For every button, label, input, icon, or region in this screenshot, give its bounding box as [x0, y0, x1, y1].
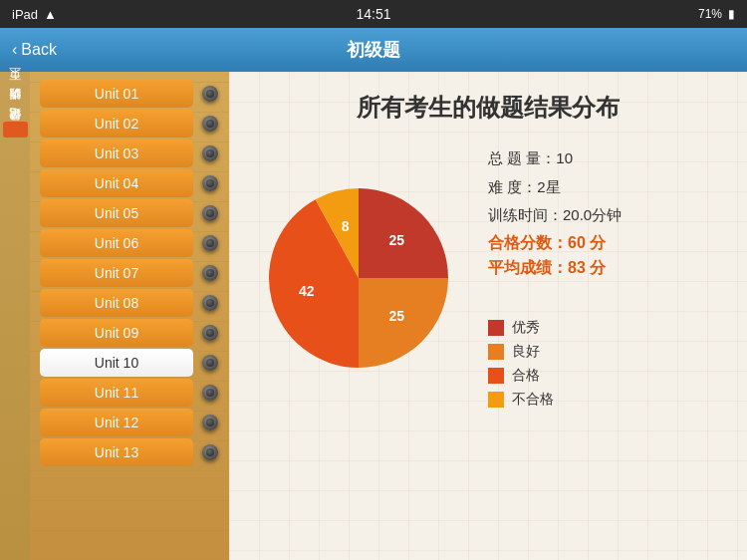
back-chevron-icon: ‹	[12, 41, 17, 59]
ring-decoration	[201, 412, 219, 433]
legend-item: 良好	[488, 343, 717, 361]
stat-row: 训练时间：20.0分钟	[488, 204, 717, 227]
unit-item: Unit 04	[40, 169, 219, 197]
unit-item: Unit 10	[40, 349, 219, 377]
status-right: 71% ▮	[698, 7, 735, 21]
unit-item: Unit 07	[40, 259, 219, 287]
sidebar-tab-home[interactable]: 主页	[3, 82, 28, 98]
unit-button-unit04[interactable]: Unit 04	[40, 169, 193, 197]
unit-item: Unit 05	[40, 199, 219, 227]
unit-list: Unit 01Unit 02Unit 03Unit 04Unit 05Unit …	[30, 72, 229, 560]
pie-label-不合格: 8	[342, 217, 350, 233]
sidebar-tabs: 主页 听力训练 错题记录	[0, 72, 30, 560]
legend-item: 合格	[488, 367, 717, 385]
unit-button-unit13[interactable]: Unit 13	[40, 438, 193, 466]
content-body: 2525428 总 题 量：10难 度：2星训练时间：20.0分钟合格分数：60…	[259, 147, 717, 409]
status-bar: iPad ▲ 14:51 71% ▮	[0, 0, 747, 28]
unit-item: Unit 12	[40, 409, 219, 436]
stat-highlight: 合格分数：60 分	[488, 233, 717, 254]
pie-chart: 2525428	[259, 178, 458, 378]
chart-container: 2525428	[259, 178, 458, 378]
main-container: 主页 听力训练 错题记录 Unit 01Unit 02Unit 03Unit 0…	[0, 72, 747, 560]
legend: 优秀良好合格不合格	[488, 319, 717, 409]
legend-color-box	[488, 320, 504, 336]
battery-icon: ▮	[728, 7, 735, 21]
battery-level: 71%	[698, 7, 722, 21]
unit-item: Unit 09	[40, 319, 219, 347]
content-title: 所有考生的做题结果分布	[259, 92, 717, 124]
ring-decoration	[201, 202, 219, 224]
legend-label: 优秀	[512, 319, 540, 337]
unit-item: Unit 03	[40, 140, 219, 167]
unit-button-unit09[interactable]: Unit 09	[40, 319, 193, 347]
ring-decoration	[201, 83, 219, 105]
unit-button-unit05[interactable]: Unit 05	[40, 199, 193, 227]
ring-decoration	[201, 382, 219, 404]
unit-button-unit10[interactable]: Unit 10	[40, 349, 193, 377]
legend-item: 不合格	[488, 391, 717, 409]
back-label: Back	[21, 41, 57, 59]
unit-item: Unit 11	[40, 379, 219, 407]
unit-item: Unit 06	[40, 229, 219, 257]
ring-decoration	[201, 232, 219, 254]
unit-item: Unit 01	[40, 80, 219, 108]
ring-decoration	[201, 352, 219, 374]
ring-decoration	[201, 113, 219, 135]
unit-button-unit11[interactable]: Unit 11	[40, 379, 193, 407]
stats-section: 总 题 量：10难 度：2星训练时间：20.0分钟合格分数：60 分平均成绩：8…	[488, 147, 717, 283]
pie-label-良好: 25	[388, 308, 404, 324]
right-panel: 总 题 量：10难 度：2星训练时间：20.0分钟合格分数：60 分平均成绩：8…	[488, 147, 717, 409]
unit-button-unit03[interactable]: Unit 03	[40, 140, 193, 167]
status-left: iPad ▲	[12, 7, 57, 22]
unit-button-unit06[interactable]: Unit 06	[40, 229, 193, 257]
ring-decoration	[201, 172, 219, 194]
stat-highlight: 平均成绩：83 分	[488, 258, 717, 279]
unit-item: Unit 08	[40, 289, 219, 317]
content-area: 所有考生的做题结果分布 2525428 总 题 量：10难 度：2星训练时间：2…	[229, 72, 747, 560]
legend-color-box	[488, 392, 504, 408]
ring-decoration	[201, 142, 219, 164]
unit-item: Unit 13	[40, 438, 219, 466]
wifi-icon: ▲	[44, 7, 57, 22]
unit-item: Unit 02	[40, 110, 219, 138]
legend-color-box	[488, 344, 504, 360]
legend-label: 不合格	[512, 391, 554, 409]
sidebar-tab-listening[interactable]: 听力训练	[3, 102, 28, 118]
legend-color-box	[488, 368, 504, 384]
legend-item: 优秀	[488, 319, 717, 337]
legend-label: 合格	[512, 367, 540, 385]
pie-label-优秀: 25	[388, 232, 404, 248]
pie-label-合格: 42	[299, 283, 315, 299]
stat-row: 总 题 量：10	[488, 147, 717, 170]
legend-label: 良好	[512, 343, 540, 361]
unit-button-unit08[interactable]: Unit 08	[40, 289, 193, 317]
ring-decoration	[201, 292, 219, 314]
nav-bar: ‹ Back 初级题	[0, 28, 747, 72]
nav-title: 初级题	[347, 38, 400, 62]
stat-row: 难 度：2星	[488, 176, 717, 199]
unit-button-unit02[interactable]: Unit 02	[40, 110, 193, 138]
back-button[interactable]: ‹ Back	[12, 41, 57, 59]
unit-button-unit01[interactable]: Unit 01	[40, 80, 193, 108]
device-label: iPad	[12, 7, 38, 22]
ring-decoration	[201, 262, 219, 284]
status-time: 14:51	[356, 6, 390, 22]
sidebar-tab-errors[interactable]: 错题记录	[3, 122, 28, 138]
ring-decoration	[201, 441, 219, 463]
unit-button-unit12[interactable]: Unit 12	[40, 409, 193, 436]
ring-decoration	[201, 322, 219, 344]
unit-button-unit07[interactable]: Unit 07	[40, 259, 193, 287]
